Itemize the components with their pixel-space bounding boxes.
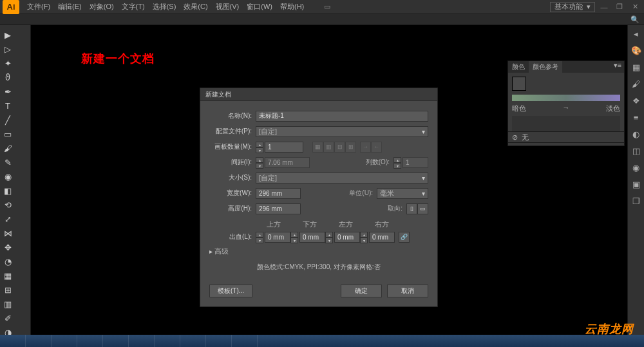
close-icon[interactable]: ✕ <box>629 2 641 12</box>
bleed-left-input[interactable] <box>334 232 360 243</box>
cols-stepper[interactable]: ▴▾ <box>393 157 401 168</box>
ltr-icon: → <box>360 142 371 153</box>
spacing-input <box>265 157 310 168</box>
row-icon: ⊟ <box>334 142 345 153</box>
cancel-button[interactable]: 取消 <box>387 285 428 297</box>
free-transform-tool[interactable]: ✥ <box>0 240 15 254</box>
bleed-top-hdr: 上方 <box>256 220 292 229</box>
landscape-icon[interactable]: ▭ <box>417 203 428 214</box>
menu-select[interactable]: 选择(S) <box>149 0 180 14</box>
width-input[interactable] <box>256 188 301 199</box>
ok-button[interactable]: 确定 <box>341 285 382 297</box>
layers-panel-icon[interactable]: ❐ <box>630 195 642 207</box>
rectangle-tool[interactable]: ▭ <box>0 127 15 141</box>
menu-type[interactable]: 文字(T) <box>118 0 149 14</box>
mesh-tool[interactable]: ⊞ <box>0 283 15 297</box>
panel-menu-icon[interactable]: ▾≡ <box>611 61 624 73</box>
profile-label: 配置文件(P): <box>209 127 256 136</box>
cols-label: 列数(O): <box>366 158 393 167</box>
expand-panels-icon[interactable]: ◂ <box>630 28 642 39</box>
symbols-panel-icon[interactable]: ❖ <box>630 95 642 106</box>
perspective-tool[interactable]: ▦ <box>0 268 15 283</box>
profile-select[interactable]: [自定] <box>256 126 428 137</box>
bleed-bottom-stepper[interactable]: ▴▾ <box>290 232 298 243</box>
bleed-right-stepper[interactable]: ▴▾ <box>360 232 368 243</box>
lasso-tool[interactable]: ϑ <box>0 70 15 84</box>
brushes-panel-icon[interactable]: 🖌 <box>630 78 642 89</box>
app-window: Ai 文件(F) 编辑(E) 对象(O) 文字(T) 选择(S) 效果(C) 视… <box>0 0 644 335</box>
bleed-bottom-input[interactable] <box>299 232 325 243</box>
color-tab[interactable]: 颜色 <box>508 61 529 73</box>
swatches-panel-icon[interactable]: ▦ <box>630 61 642 73</box>
shape-builder-tool[interactable]: ◔ <box>0 254 15 268</box>
artboards-input[interactable] <box>265 142 303 153</box>
name-input[interactable] <box>256 111 428 122</box>
menu-help[interactable]: 帮助(H) <box>276 0 308 14</box>
spacing-stepper[interactable]: ▴▾ <box>256 157 263 168</box>
height-input[interactable] <box>256 203 301 214</box>
restore-icon[interactable]: ❐ <box>613 2 626 12</box>
units-label: 单位(U): <box>349 189 377 198</box>
bleed-top-stepper[interactable]: ▴▾ <box>256 232 263 243</box>
advanced-toggle[interactable]: ▸ 高级 <box>209 247 428 256</box>
none-label: 无 <box>522 133 529 142</box>
gradient-panel-icon[interactable]: ◐ <box>630 128 642 140</box>
eyedropper-tool[interactable]: ✐ <box>0 311 15 325</box>
new-document-dialog: 新建文档 名称(N): 配置文件(P): [自定] 画板数量(M): ▴▾ ▦ … <box>200 88 438 307</box>
type-tool[interactable]: T <box>0 98 15 113</box>
annotation-text: 新建一个文档 <box>81 51 155 66</box>
bleed-left-stepper[interactable]: ▴▾ <box>325 232 333 243</box>
link-bleed-icon[interactable]: 🔗 <box>399 232 410 243</box>
tool-panel: ▶ ▷ ✦ ϑ ✒ T ╱ ▭ 🖌 ✎ ◉ ◧ ⟲ ⤢ ⋈ ✥ ◔ ▦ ⊞ ▥ … <box>0 25 31 347</box>
artboards-stepper[interactable]: ▴▾ <box>256 142 263 153</box>
template-button[interactable]: 模板(T)... <box>209 285 252 297</box>
gradient-tool[interactable]: ▥ <box>0 297 15 311</box>
workspace-switcher[interactable]: 基本功能 ▾ <box>550 2 595 12</box>
orient-label: 取向: <box>388 204 406 213</box>
selection-tool[interactable]: ▶ <box>0 28 15 42</box>
bleed-bottom-hdr: 下方 <box>292 220 328 229</box>
grid-by-row-icon: ▦ <box>312 142 323 153</box>
os-taskbar[interactable] <box>0 335 644 347</box>
doc-layout-icon[interactable]: ▭ <box>321 2 334 12</box>
width-label: 宽度(W): <box>209 189 256 198</box>
menu-file[interactable]: 文件(F) <box>23 0 54 14</box>
appearance-panel-icon[interactable]: ◉ <box>630 162 642 173</box>
bleed-left-hdr: 左方 <box>328 220 364 229</box>
menu-object[interactable]: 对象(O) <box>86 0 118 14</box>
graphic-styles-panel-icon[interactable]: ▣ <box>630 178 642 190</box>
harmony-bar[interactable] <box>512 95 620 101</box>
minimize-icon[interactable]: — <box>598 2 611 12</box>
menu-view[interactable]: 视图(V) <box>212 0 243 14</box>
units-select[interactable]: 毫米 <box>377 188 428 199</box>
eraser-tool[interactable]: ◧ <box>0 183 15 198</box>
spacing-label: 间距(I): <box>209 158 256 167</box>
magic-wand-tool[interactable]: ✦ <box>0 56 15 70</box>
direct-selection-tool[interactable]: ▷ <box>0 42 15 56</box>
portrait-icon[interactable]: ▯ <box>406 203 417 214</box>
size-select[interactable]: [自定] <box>256 173 428 183</box>
color-guide-tab[interactable]: 颜色参考 <box>529 61 562 73</box>
bleed-top-input[interactable] <box>265 232 290 243</box>
stroke-mini-panel[interactable]: ⊘ 无 <box>507 131 625 143</box>
search-icon[interactable]: 🔍 <box>630 14 640 24</box>
scale-tool[interactable]: ⤢ <box>0 212 15 226</box>
workspace-label: 基本功能 <box>554 2 583 12</box>
paintbrush-tool[interactable]: 🖌 <box>0 141 15 155</box>
color-panel-icon[interactable]: 🎨 <box>630 44 642 56</box>
pen-tool[interactable]: ✒ <box>0 84 15 98</box>
pencil-tool[interactable]: ✎ <box>0 155 15 169</box>
blob-brush-tool[interactable]: ◉ <box>0 169 15 183</box>
width-tool[interactable]: ⋈ <box>0 226 15 240</box>
base-color-swatch[interactable] <box>512 77 526 91</box>
menu-window[interactable]: 窗口(W) <box>243 0 276 14</box>
line-tool[interactable]: ╱ <box>0 113 15 127</box>
menu-edit[interactable]: 编辑(E) <box>54 0 86 14</box>
main-area: ▶ ▷ ✦ ϑ ✒ T ╱ ▭ 🖌 ✎ ◉ ◧ ⟲ ⤢ ⋈ ✥ ◔ ▦ ⊞ ▥ … <box>0 25 644 347</box>
arrow-icon: → <box>563 104 570 113</box>
rotate-tool[interactable]: ⟲ <box>0 198 15 212</box>
menu-effect[interactable]: 效果(C) <box>180 0 211 14</box>
bleed-right-input[interactable] <box>369 232 395 243</box>
stroke-panel-icon[interactable]: ≡ <box>630 111 642 123</box>
transparency-panel-icon[interactable]: ◫ <box>630 145 642 156</box>
